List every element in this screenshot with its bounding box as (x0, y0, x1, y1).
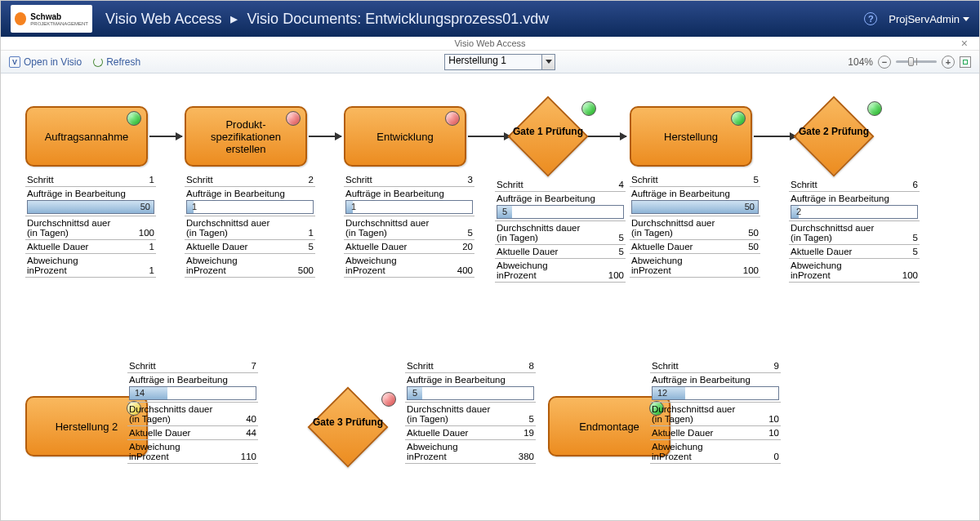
label-durchschnitt: Durchschnitts dauer (in Tagen) (129, 404, 219, 424)
label-abweichung: Abweichung inProzent (186, 256, 276, 275)
info-value: 100 (902, 270, 918, 280)
gate-node-n8[interactable]: Gate 3 Prüfung (303, 390, 393, 464)
info-value: 1 (149, 242, 154, 252)
label-abweichung: Abweichung inProzent (631, 256, 721, 275)
zoom-level: 104% (848, 56, 873, 68)
connector-arrow (587, 136, 626, 137)
visio-icon: V (9, 56, 20, 68)
process-node-n3[interactable]: Entwicklung (344, 106, 466, 167)
zoom-slider[interactable] (896, 60, 937, 63)
breadcrumb-app[interactable]: Visio Web Access (105, 11, 221, 27)
logo-subtext: PROJEKTMANAGEMENT (30, 21, 88, 26)
page-select-value: Herstellung 1 (448, 55, 506, 66)
info-row: Abweichung inProzent1 (25, 254, 156, 278)
progress-value: 2 (791, 207, 917, 216)
info-value: 100 (139, 228, 154, 238)
refresh-button[interactable]: Refresh (93, 56, 140, 68)
info-row-auftraege: Aufträge in Bearbeitung50 (25, 187, 156, 216)
info-block-n1: Schritt1Aufträge in Bearbeitung50Durchsc… (25, 173, 156, 278)
info-row-auftraege: Aufträge in Bearbeitung50 (630, 187, 760, 216)
open-in-visio-button[interactable]: V Open in Visio (9, 56, 82, 68)
info-value: 5 (619, 247, 624, 256)
label-auftraege: Aufträge in Bearbeitung (345, 189, 473, 198)
webpart-title-bar: Visio Web Access × (1, 37, 979, 51)
info-row: Abweichung inProzent400 (344, 254, 474, 278)
progress-bar: 50 (631, 200, 759, 214)
info-value: 9 (774, 361, 779, 371)
brand-logo: Schwab PROJEKTMANAGEMENT (11, 5, 92, 33)
info-value: 5 (529, 414, 534, 424)
info-row-auftraege: Aufträge in Bearbeitung1 (185, 187, 315, 216)
process-node-n5[interactable]: Herstellung (630, 106, 752, 167)
label-aktuelle: Aktuelle Dauer (652, 428, 713, 438)
gate-node-n6[interactable]: Gate 2 Prüfung (789, 100, 879, 173)
info-value: 5 (754, 175, 759, 185)
connector-arrow (309, 136, 341, 137)
process-node-n1[interactable]: Auftragsannahme (25, 106, 148, 167)
page-select-dropdown[interactable] (542, 54, 555, 70)
progress-bar: 2 (791, 205, 918, 219)
progress-value: 1 (187, 202, 313, 212)
info-row: Durchschnittsd auer (in Tagen)50 (630, 216, 760, 240)
info-value: 44 (246, 428, 256, 438)
info-row: Abweichung inProzent0 (650, 440, 781, 464)
label-schritt: Schritt (497, 180, 523, 189)
label-abweichung: Abweichung inProzent (497, 260, 586, 280)
info-value: 5 (468, 228, 473, 238)
status-indicator-green (581, 101, 596, 116)
info-value: 100 (743, 265, 759, 275)
info-value: 10 (768, 428, 779, 438)
info-block-n5: Schritt5Aufträge in Bearbeitung50Durchsc… (630, 173, 760, 278)
user-name: ProjServAdmin (889, 13, 960, 25)
info-row: Schritt3 (344, 173, 474, 187)
info-value: 8 (529, 361, 534, 371)
info-value: 1 (149, 265, 154, 275)
status-indicator-red (381, 392, 396, 407)
breadcrumb-document[interactable]: Visio Documents: Entwicklungsprozess01.v… (247, 11, 549, 27)
help-icon[interactable]: ? (864, 12, 877, 25)
diagram-canvas[interactable]: AuftragsannahmeProdukt- spezifikationen … (1, 73, 979, 521)
status-indicator-green (867, 101, 882, 116)
process-node-n2[interactable]: Produkt- spezifikationen erstellen (185, 106, 307, 167)
close-icon[interactable]: × (961, 37, 968, 50)
status-indicator-green (731, 111, 746, 126)
page-select[interactable]: Herstellung 1 (444, 54, 542, 70)
zoom-out-button[interactable]: − (878, 56, 891, 69)
progress-bar: 50 (27, 200, 154, 214)
user-menu[interactable]: ProjServAdmin (889, 13, 969, 25)
label-schritt: Schritt (652, 361, 679, 371)
label-durchschnitt: Durchschnittsd auer (in Tagen) (186, 218, 276, 238)
info-block-n6: Schritt6Aufträge in Bearbeitung2Durchsch… (789, 178, 920, 283)
webpart-title: Visio Web Access (454, 38, 525, 48)
progress-value: 5 (497, 207, 623, 216)
info-row: Durchschnittsd auer (in Tagen)5 (344, 216, 474, 240)
label-auftraege: Aufträge in Bearbeitung (129, 375, 256, 385)
zoom-in-button[interactable]: + (942, 56, 955, 69)
connector-arrow (149, 136, 182, 137)
info-value: 2 (309, 175, 314, 185)
label-durchschnitt: Durchschnittsd auer (in Tagen) (345, 218, 435, 238)
label-durchschnitt: Durchschnittsd auer (in Tagen) (791, 223, 880, 243)
fit-to-window-button[interactable] (960, 56, 971, 68)
label-schritt: Schritt (129, 361, 156, 371)
label-abweichung: Abweichung inProzent (652, 442, 742, 461)
info-row: Aktuelle Dauer5 (789, 245, 920, 259)
slider-thumb[interactable] (908, 57, 914, 66)
info-value: 20 (462, 242, 473, 252)
info-row: Aktuelle Dauer5 (495, 245, 626, 259)
info-row: Abweichung inProzent380 (405, 440, 536, 464)
slider-midpoint (916, 58, 917, 65)
node-label: Herstellung (664, 131, 718, 143)
info-value: 500 (298, 265, 314, 275)
info-value: 1 (309, 228, 314, 238)
info-block-n2: Schritt2Aufträge in Bearbeitung1Durchsch… (185, 173, 315, 278)
node-label: Auftragsannahme (45, 131, 129, 143)
info-row: Aktuelle Dauer5 (185, 240, 315, 254)
progress-bar: 1 (345, 200, 473, 214)
info-row: Schritt6 (789, 178, 920, 192)
info-row: Schritt2 (185, 173, 315, 187)
gate-node-n4[interactable]: Gate 1 Prüfung (503, 100, 593, 173)
label-auftraege: Aufträge in Bearbeitung (27, 189, 154, 198)
label-schritt: Schritt (407, 361, 434, 371)
label-aktuelle: Aktuelle Dauer (129, 428, 190, 438)
